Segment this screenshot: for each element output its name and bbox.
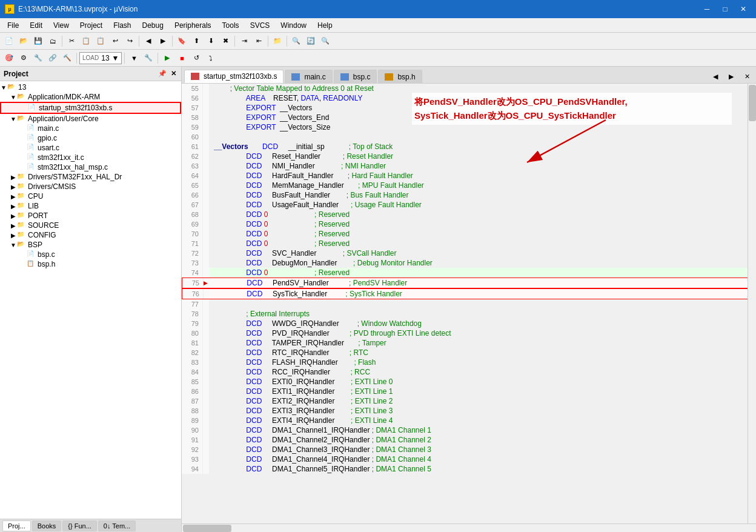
line-number: 57: [182, 103, 203, 113]
panel-tab[interactable]: {} Fun...: [62, 520, 97, 531]
maximize-button[interactable]: □: [717, 3, 733, 15]
panel-close-icon[interactable]: ✕: [169, 70, 177, 78]
panel-tab[interactable]: Books: [32, 520, 62, 531]
tree-item[interactable]: ▶📁CONFIG: [0, 230, 181, 240]
tree-item[interactable]: ▼📂Application/User/Core: [0, 114, 181, 124]
file-icon: 📄: [27, 153, 36, 162]
menu-help[interactable]: Help: [313, 20, 337, 31]
line-marker: [203, 309, 209, 319]
code-line: 79 DCD WWDG_IRQHandler ; Window Watchdog: [182, 319, 756, 328]
tree-item[interactable]: ▶📁PORT: [0, 211, 181, 221]
prev-bookmark-btn[interactable]: ⬆: [190, 35, 203, 48]
line-number: 68: [182, 210, 203, 219]
tab-scroll-left[interactable]: ◀: [709, 70, 722, 83]
tabs-bar: startup_stm32f103xb.smain.cbsp.cbsp.h ◀ …: [182, 67, 756, 84]
minimize-button[interactable]: ─: [699, 3, 715, 15]
tree-arrow-icon: ▶: [10, 174, 17, 181]
code-line: 68 DCD 0 ; Reserved: [182, 210, 756, 219]
undo-btn[interactable]: ↩: [108, 35, 122, 48]
tree-item[interactable]: ▶📁Drivers/CMSIS: [0, 182, 181, 191]
scrollbar-v[interactable]: [748, 84, 756, 524]
nav-back-btn[interactable]: ◀: [142, 35, 155, 48]
editor-tab[interactable]: bsp.h: [378, 70, 422, 83]
replace-btn[interactable]: 🔄: [304, 35, 317, 48]
close-button[interactable]: ✕: [735, 3, 751, 15]
clear-bookmark-btn[interactable]: ✖: [219, 35, 232, 48]
debug-reset-btn[interactable]: ↺: [190, 52, 203, 65]
scrollbar-h[interactable]: [182, 524, 756, 532]
panel-tab[interactable]: Proj...: [2, 520, 31, 531]
paste-btn[interactable]: 📋: [94, 35, 107, 48]
build-btn[interactable]: 🔨: [61, 52, 74, 65]
tree-item[interactable]: ▼📂Application/MDK-ARM: [0, 92, 181, 102]
menu-peripherals[interactable]: Peripherals: [170, 20, 216, 31]
tree-item[interactable]: ▶📁LIB: [0, 201, 181, 211]
bookmark-btn[interactable]: 🔖: [175, 35, 188, 48]
dropdown-arrow[interactable]: ▼: [127, 52, 141, 65]
wizard-btn[interactable]: 🔧: [142, 52, 155, 65]
target-icon: 🎯: [2, 52, 16, 65]
tab-close[interactable]: ✕: [740, 70, 754, 83]
tree-item[interactable]: ▼📂BSP: [0, 240, 181, 250]
debug-stop-btn[interactable]: ■: [175, 52, 188, 65]
new-btn[interactable]: 📄: [2, 35, 16, 48]
tree-item[interactable]: 📄usart.c: [0, 143, 181, 153]
open-btn[interactable]: 📂: [17, 35, 30, 48]
line-number: 72: [182, 248, 203, 258]
open-file-btn[interactable]: 📁: [271, 35, 284, 48]
sep2: [139, 36, 139, 47]
menu-edit[interactable]: Edit: [25, 20, 47, 31]
tree-item[interactable]: ▶📁CPU: [0, 191, 181, 201]
tree-item[interactable]: 📄gpio.c: [0, 133, 181, 143]
code-scroll[interactable]: 将PendSV_Handler改为OS_CPU_PendSVHandler,Sy…: [182, 84, 756, 524]
tree-item[interactable]: 📄bsp.c: [0, 250, 181, 259]
tree-item[interactable]: 📄main.c: [0, 124, 181, 133]
editor-tab[interactable]: main.c: [285, 70, 332, 83]
menu-file[interactable]: File: [2, 20, 24, 31]
line-marker: [203, 445, 209, 454]
tree-item[interactable]: 📋bsp.h: [0, 259, 181, 269]
tree-item[interactable]: ▶📁Drivers/STM32F1xx_HAL_Dr: [0, 172, 181, 182]
find-all-btn[interactable]: 🔍: [319, 35, 332, 48]
menu-tools[interactable]: Tools: [217, 20, 244, 31]
copy-btn[interactable]: 📋: [79, 35, 93, 48]
line-marker: [203, 181, 209, 190]
line-marker: [203, 396, 209, 406]
menu-debug[interactable]: Debug: [138, 20, 168, 31]
menu-window[interactable]: Window: [276, 20, 311, 31]
folder-icon: 📁: [17, 231, 27, 239]
menu-svcs[interactable]: SVCS: [245, 20, 275, 31]
line-content: DCD RTC_IRQHandler ; RTC: [209, 348, 756, 357]
panel-icons: 📌 ✕: [158, 70, 177, 78]
line-number: 58: [182, 113, 203, 122]
find-btn[interactable]: 🔍: [290, 35, 303, 48]
debug-start-btn[interactable]: ▶: [161, 52, 174, 65]
nav-fwd-btn[interactable]: ▶: [156, 35, 170, 48]
target-dropdown[interactable]: LOAD 13 ▼: [79, 52, 122, 64]
indent-btn[interactable]: ⇥: [237, 35, 251, 48]
redo-btn[interactable]: ↪: [123, 35, 136, 48]
attach-btn[interactable]: 🔗: [46, 52, 59, 65]
menu-project[interactable]: Project: [75, 20, 107, 31]
tree-item[interactable]: 📄startup_stm32f103xb.s: [0, 102, 181, 114]
menu-view[interactable]: View: [48, 20, 74, 31]
menu-flash[interactable]: Flash: [108, 20, 136, 31]
tree-item[interactable]: ▶📁SOURCE: [0, 221, 181, 230]
editor-tab[interactable]: startup_stm32f103xb.s: [184, 70, 284, 83]
outdent-btn[interactable]: ⇤: [252, 35, 265, 48]
debug-step-btn[interactable]: ⤵: [204, 52, 217, 65]
tree-arrow-icon: ▶: [10, 213, 17, 219]
editor-tab[interactable]: bsp.c: [334, 70, 377, 83]
tree-item[interactable]: 📄stm32f1xx_it.c: [0, 153, 181, 162]
save-btn[interactable]: 💾: [31, 35, 45, 48]
options-btn[interactable]: 🔧: [31, 52, 45, 65]
save-all-btn[interactable]: 🗂: [46, 35, 59, 48]
manage-btn[interactable]: ⚙: [17, 52, 30, 65]
tab-scroll-right[interactable]: ▶: [724, 70, 738, 83]
tree-item[interactable]: ▼📂13: [0, 82, 181, 92]
panel-tab[interactable]: 0↓ Tem...: [98, 520, 136, 531]
cut-btn[interactable]: ✂: [65, 35, 78, 48]
next-bookmark-btn[interactable]: ⬇: [204, 35, 217, 48]
panel-pin-icon[interactable]: 📌: [158, 70, 167, 78]
tree-item[interactable]: 📄stm32f1xx_hal_msp.c: [0, 162, 181, 172]
